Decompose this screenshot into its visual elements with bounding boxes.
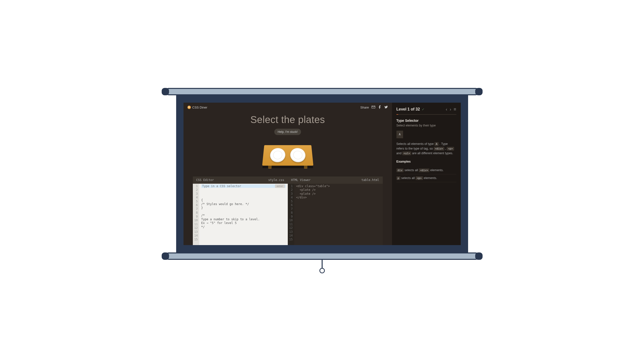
plate[interactable]: [290, 148, 306, 162]
code-token: <div>: [434, 147, 444, 151]
example-text: selects all: [401, 176, 416, 180]
code-token: <ul>: [402, 152, 412, 155]
editors: CSS Editor style.css 1234567891011121314…: [193, 176, 383, 245]
email-icon[interactable]: [372, 105, 375, 110]
css-editor-header: CSS Editor style.css: [193, 176, 288, 184]
example-text: selects all: [404, 168, 419, 172]
example-row: p selects all <p> elements.: [396, 174, 456, 182]
help-button[interactable]: Help, I'm stuck!: [274, 129, 301, 135]
check-icon: ✓: [422, 107, 425, 111]
facebook-icon[interactable]: [378, 105, 382, 110]
css-editor-body: 123456789101112131415 enter {/* Styles w…: [193, 184, 288, 245]
prev-level-button[interactable]: ‹: [446, 106, 447, 113]
html-code-area: <div class="table"> <plate /> <plate /><…: [294, 184, 383, 245]
code-token: <p>: [447, 147, 454, 151]
title-area: Select the plates Help, I'm stuck!: [184, 112, 392, 140]
desc-text: are all different element types.: [412, 152, 453, 155]
logo-icon: [188, 106, 191, 109]
css-editor: CSS Editor style.css 1234567891011121314…: [193, 176, 288, 245]
screen-pull-knob[interactable]: [320, 268, 325, 273]
code-token: A: [434, 142, 439, 146]
code-token: <div>: [419, 168, 429, 172]
selector-name: Type Selector: [396, 118, 456, 123]
html-viewer-title: HTML Viewer: [291, 178, 310, 182]
code-token: <p>: [416, 176, 423, 180]
level-nav: ‹ › ≡: [446, 106, 456, 113]
html-viewer-filename: table.html: [362, 178, 379, 182]
html-viewer-body: 123456789101112131415 <div class="table"…: [288, 184, 383, 245]
share-label: Share: [360, 106, 369, 109]
code-token: p: [396, 176, 401, 180]
css-editor-filename: style.css: [268, 178, 284, 182]
app-logo[interactable]: CSS Diner: [188, 106, 207, 109]
example-text: elements.: [430, 168, 444, 172]
css-code-area[interactable]: enter {/* Styles would go here. */}/*Typ…: [199, 184, 288, 245]
code-token: div: [396, 168, 404, 172]
css-input-row: enter: [201, 184, 286, 188]
screen-pull-cord: [322, 260, 322, 268]
example-row: div selects all <div> elements.: [396, 167, 456, 174]
desc-text: Selects all elements of type: [396, 142, 435, 146]
example-text: elements.: [424, 176, 437, 180]
table-top: [262, 145, 313, 166]
app-header: CSS Diner Share: [184, 103, 392, 112]
app-main: CSS Diner Share: [184, 103, 392, 245]
app-name: CSS Diner: [192, 106, 207, 109]
page-title: Select the plates: [184, 114, 392, 125]
css-selector-input[interactable]: [202, 184, 274, 188]
level-progress-bar: [396, 114, 456, 115]
selector-subtitle: Select elements by their type: [396, 123, 456, 128]
selector-description: Selects all elements of type A . Type re…: [396, 142, 456, 155]
enter-button[interactable]: enter: [275, 184, 284, 188]
css-diner-app: CSS Diner Share: [184, 103, 461, 245]
menu-icon[interactable]: ≡: [454, 106, 456, 113]
share-group: Share: [360, 105, 388, 110]
projector-screen: CSS Diner Share: [165, 88, 479, 273]
next-level-button[interactable]: ›: [450, 106, 451, 113]
html-line-gutter: 123456789101112131415: [288, 184, 294, 245]
sidebar: Level 1 of 32 ✓ ‹ › ≡ Type Selector Sele…: [392, 103, 461, 245]
sidebar-header: Level 1 of 32 ✓ ‹ › ≡: [396, 106, 456, 113]
html-viewer-header: HTML Viewer table.html: [288, 176, 383, 184]
selector-syntax-box: A: [396, 131, 403, 138]
plate[interactable]: [270, 148, 285, 162]
screen-top-bar: [165, 88, 479, 95]
level-label: Level 1 of 32: [396, 107, 420, 111]
css-line-gutter: 123456789101112131415: [193, 184, 199, 245]
css-editor-title: CSS Editor: [196, 178, 214, 182]
twitter-icon[interactable]: [384, 105, 388, 110]
examples-heading: Examples: [396, 159, 456, 164]
screen-bottom-bar: [165, 252, 479, 260]
desc-text: and: [396, 152, 402, 155]
screen-body: CSS Diner Share: [176, 95, 468, 252]
diner-table: [184, 144, 392, 170]
html-viewer: HTML Viewer table.html 12345678910111213…: [288, 176, 383, 245]
